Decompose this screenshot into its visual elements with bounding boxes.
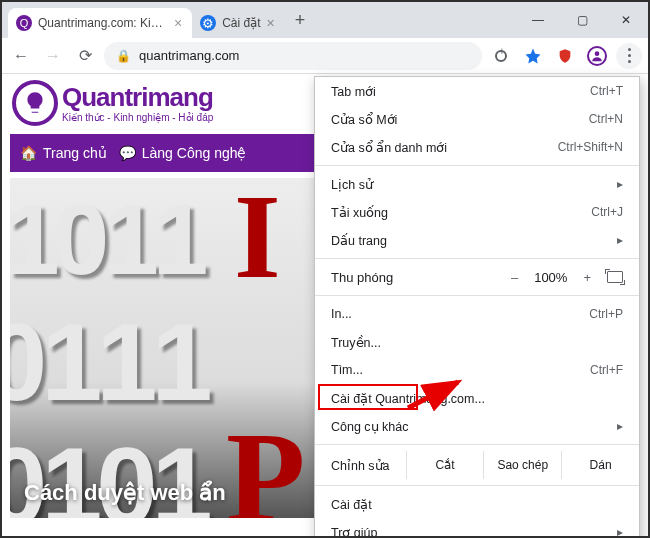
- menu-zoom: Thu phóng – 100% +: [315, 263, 639, 291]
- nav-label: Trang chủ: [43, 145, 107, 161]
- menu-new-window[interactable]: Cửa sổ Mới Ctrl+N: [315, 105, 639, 133]
- minimize-button[interactable]: —: [516, 2, 560, 38]
- menu-help[interactable]: Trợ giúp ▸: [315, 518, 639, 538]
- nav-tech[interactable]: 💬 Làng Công nghệ: [119, 145, 247, 161]
- menu-separator: [315, 258, 639, 259]
- edit-cut[interactable]: Cắt: [406, 451, 484, 479]
- menu-label: In...: [331, 307, 352, 321]
- browser-titlebar: Q Quantrimang.com: Kiến Th... × ⚙ Cài đặ…: [2, 2, 648, 38]
- tab-settings[interactable]: ⚙ Cài đặt ×: [192, 8, 285, 38]
- menu-settings[interactable]: Cài đặt: [315, 490, 639, 518]
- hero-decor: 1011: [10, 182, 202, 297]
- bulb-icon: [12, 80, 58, 126]
- tab-title: Cài đặt: [222, 16, 260, 30]
- menu-bookmarks[interactable]: Dấu trang ▸: [315, 226, 639, 254]
- close-window-button[interactable]: ✕: [604, 2, 648, 38]
- browser-toolbar: ← → ⟳ 🔒 quantrimang.com: [2, 38, 648, 74]
- menu-separator: [315, 444, 639, 445]
- menu-separator: [315, 485, 639, 486]
- zoom-out-button[interactable]: –: [511, 270, 518, 285]
- hero-decor: I: [234, 178, 281, 306]
- chrome-main-menu: Tab mới Ctrl+T Cửa sổ Mới Ctrl+N Cửa sổ …: [314, 76, 640, 538]
- menu-label: Thu phóng: [331, 270, 393, 285]
- bookmark-star-icon[interactable]: [520, 43, 546, 69]
- shield-icon[interactable]: [552, 43, 578, 69]
- menu-shortcut: Ctrl+P: [589, 307, 623, 321]
- hero-title: Cách duyệt web ẩn: [24, 480, 226, 506]
- home-icon: 🏠: [20, 145, 37, 161]
- chat-icon: 💬: [119, 145, 136, 161]
- menu-label: Cửa sổ ẩn danh mới: [331, 140, 447, 155]
- menu-more-tools[interactable]: Công cụ khác ▸: [315, 412, 639, 440]
- menu-shortcut: Ctrl+T: [590, 84, 623, 98]
- chevron-right-icon: ▸: [617, 177, 623, 191]
- menu-separator: [315, 165, 639, 166]
- new-tab-button[interactable]: +: [285, 10, 316, 31]
- menu-downloads[interactable]: Tải xuống Ctrl+J: [315, 198, 639, 226]
- menu-find[interactable]: Tìm... Ctrl+F: [315, 356, 639, 384]
- logo-tagline: Kiến thức - Kinh nghiệm - Hỏi đáp: [62, 112, 213, 123]
- maximize-button[interactable]: ▢: [560, 2, 604, 38]
- menu-cast[interactable]: Truyền...: [315, 328, 639, 356]
- menu-label: Tìm...: [331, 363, 363, 377]
- zoom-in-button[interactable]: +: [583, 270, 591, 285]
- menu-label: Công cụ khác: [331, 419, 408, 434]
- menu-label: Trợ giúp: [331, 525, 377, 539]
- tab-title: Quantrimang.com: Kiến Th...: [38, 16, 168, 30]
- logo-text: Quantrimang: [62, 84, 213, 110]
- chevron-right-icon: ▸: [617, 419, 623, 433]
- address-bar[interactable]: 🔒 quantrimang.com: [104, 42, 482, 70]
- menu-print[interactable]: In... Ctrl+P: [315, 300, 639, 328]
- nav-label: Làng Công nghệ: [142, 145, 247, 161]
- menu-install-app[interactable]: Cài đặt Quantrimang.com...: [315, 384, 639, 412]
- tab-quantrimang[interactable]: Q Quantrimang.com: Kiến Th... ×: [8, 8, 192, 38]
- zoom-plus-icon[interactable]: [488, 43, 514, 69]
- menu-shortcut: Ctrl+Shift+N: [558, 140, 623, 154]
- profile-avatar[interactable]: [584, 43, 610, 69]
- menu-history[interactable]: Lịch sử ▸: [315, 170, 639, 198]
- hero-decor: P: [226, 402, 305, 518]
- close-icon[interactable]: ×: [267, 15, 275, 31]
- menu-shortcut: Ctrl+F: [590, 363, 623, 377]
- url-text: quantrimang.com: [139, 48, 239, 63]
- forward-button[interactable]: →: [40, 43, 66, 69]
- menu-incognito[interactable]: Cửa sổ ẩn danh mới Ctrl+Shift+N: [315, 133, 639, 161]
- chevron-right-icon: ▸: [617, 233, 623, 247]
- menu-label: Tab mới: [331, 84, 376, 99]
- zoom-value: 100%: [534, 270, 567, 285]
- svg-point-0: [595, 51, 600, 56]
- lock-icon: 🔒: [116, 49, 131, 63]
- back-button[interactable]: ←: [8, 43, 34, 69]
- menu-shortcut: Ctrl+J: [591, 205, 623, 219]
- window-controls: — ▢ ✕: [516, 2, 648, 38]
- hero-decor: 0111: [10, 298, 207, 425]
- menu-label: Chỉnh sửa: [315, 458, 406, 473]
- menu-label: Cài đặt Quantrimang.com...: [331, 391, 485, 406]
- menu-new-tab[interactable]: Tab mới Ctrl+T: [315, 77, 639, 105]
- menu-label: Truyền...: [331, 335, 381, 350]
- gear-icon: ⚙: [200, 15, 216, 31]
- chevron-right-icon: ▸: [617, 525, 623, 538]
- menu-label: Cửa sổ Mới: [331, 112, 397, 127]
- menu-label: Lịch sử: [331, 177, 373, 192]
- edit-paste[interactable]: Dán: [561, 451, 639, 479]
- menu-separator: [315, 295, 639, 296]
- fullscreen-icon[interactable]: [607, 271, 623, 283]
- edit-copy[interactable]: Sao chép: [483, 451, 561, 479]
- menu-label: Dấu trang: [331, 233, 387, 248]
- menu-edit-row: Chỉnh sửa Cắt Sao chép Dán: [315, 449, 639, 481]
- nav-home[interactable]: 🏠 Trang chủ: [20, 145, 107, 161]
- menu-button[interactable]: [616, 43, 642, 69]
- menu-label: Cài đặt: [331, 497, 372, 512]
- reload-button[interactable]: ⟳: [72, 43, 98, 69]
- menu-label: Tải xuống: [331, 205, 388, 220]
- favicon-quantrimang: Q: [16, 15, 32, 31]
- menu-shortcut: Ctrl+N: [589, 112, 623, 126]
- close-icon[interactable]: ×: [174, 15, 182, 31]
